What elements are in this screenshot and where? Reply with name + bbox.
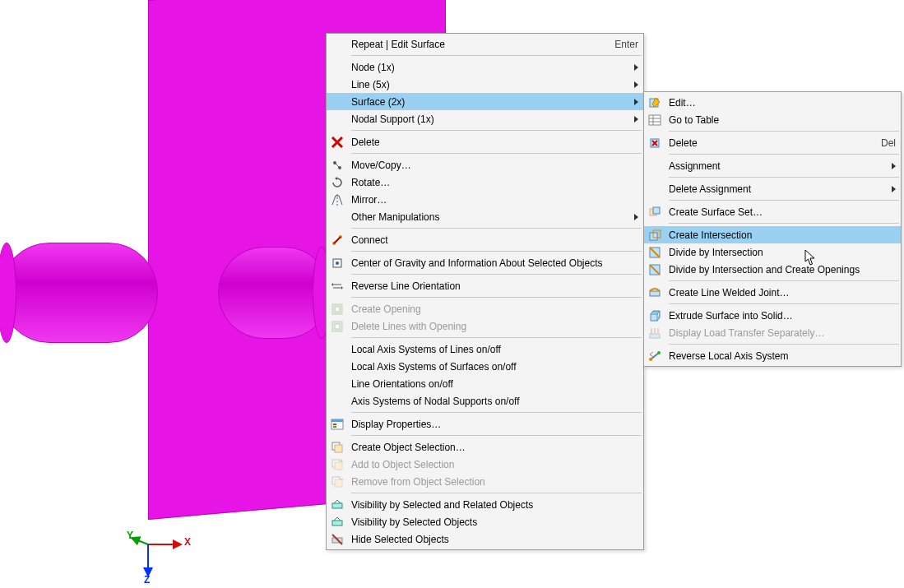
menu-separator xyxy=(669,200,899,201)
svg-rect-47 xyxy=(650,334,660,338)
submenu-arrow-icon xyxy=(892,186,896,192)
svg-rect-16 xyxy=(331,419,343,422)
menu_sub-item-divide-by-intersection[interactable]: Divide by Intersection xyxy=(644,243,901,261)
menu-item-label: Display Load Transfer Separately… xyxy=(665,327,896,339)
menu-item-label: Delete Assignment xyxy=(665,183,882,195)
menu_sub-item-assignment[interactable]: Assignment xyxy=(644,157,901,174)
menu_sub-item-edit[interactable]: Edit… xyxy=(644,94,901,111)
menu-separator xyxy=(351,435,642,436)
menu-item-label: Display Properties… xyxy=(348,419,638,430)
menu-item-label: Reverse Local Axis System xyxy=(665,350,896,362)
open-icon xyxy=(327,303,348,316)
submenu-arrow-icon xyxy=(634,99,638,105)
menu_sub-item-create-intersection[interactable]: Create Intersection xyxy=(644,226,901,243)
menu-item-label: Divide by Intersection xyxy=(665,247,896,258)
menu_main-item-connect[interactable]: Connect xyxy=(327,231,643,248)
svg-rect-20 xyxy=(335,445,342,452)
menu_sub-item-extrude-surface-into-solid[interactable]: Extrude Surface into Solid… xyxy=(644,307,901,324)
menu-item-label: Go to Table xyxy=(665,114,896,126)
menu_main-item-local-axis-systems-of-surfaces-on-off[interactable]: Local Axis Systems of Surfaces on/off xyxy=(327,358,643,375)
menu_main-item-move-copy[interactable]: Move/Copy… xyxy=(327,156,643,174)
x-red-icon xyxy=(327,136,348,149)
menu-item-label: Divide by Intersection and Create Openin… xyxy=(665,264,896,275)
menu_main-item-create-object-selection[interactable]: Create Object Selection… xyxy=(327,438,643,456)
menu_main-item-line-5x[interactable]: Line (5x) xyxy=(327,76,643,93)
int-icon xyxy=(644,229,665,242)
menu_main-item-repeat-edit-surface[interactable]: Repeat | Edit SurfaceEnter xyxy=(327,35,643,53)
menu_main-item-mirror[interactable]: Mirror… xyxy=(327,191,643,208)
menu-item-label: Delete xyxy=(665,137,861,149)
menu-item-label: Other Manipulations xyxy=(348,211,624,223)
svg-point-49 xyxy=(657,351,661,354)
menu_main-item-local-axis-systems-of-lines-on-off[interactable]: Local Axis Systems of Lines on/off xyxy=(327,340,643,358)
menu-separator xyxy=(351,412,642,413)
menu-item-label: Reverse Line Orientation xyxy=(348,280,638,292)
menu-separator xyxy=(351,251,642,252)
del-icon xyxy=(644,137,665,150)
menu_sub-item-divide-by-intersection-and-create-openin[interactable]: Divide by Intersection and Create Openin… xyxy=(644,261,901,278)
menu_main-item-rotate[interactable]: Rotate… xyxy=(327,174,643,191)
menu_main-item-delete-lines-with-opening: Delete Lines with Opening xyxy=(327,317,643,335)
menu-item-label: Assignment xyxy=(665,160,882,172)
load-icon xyxy=(644,326,665,340)
svg-line-1 xyxy=(132,538,148,544)
move-icon xyxy=(327,159,348,172)
menu-item-label: Delete Lines with Opening xyxy=(348,321,638,332)
menu_sub-item-create-line-welded-joint[interactable]: Create Line Welded Joint… xyxy=(644,284,901,301)
menu_main-item-center-of-gravity-and-information-about-[interactable]: Center of Gravity and Information About … xyxy=(327,254,643,271)
axis-label-y: Y xyxy=(127,530,133,541)
menu_main-item-delete[interactable]: Delete xyxy=(327,133,643,150)
menu-separator xyxy=(669,223,899,224)
menu_main-item-create-opening: Create Opening xyxy=(327,300,643,317)
menu_main-item-add-to-object-selection: +Add to Object Selection xyxy=(327,456,643,473)
menu_main-item-other-manipulations[interactable]: Other Manipulations xyxy=(327,208,643,225)
menu_main-item-hide-selected-objects[interactable]: Hide Selected Objects xyxy=(327,530,643,548)
context-menu-sub: Edit…Go to TableDeleteDelAssignmentDelet… xyxy=(643,91,902,367)
menu-item-label: Axis Systems of Nodal Supports on/off xyxy=(348,396,638,407)
svg-line-8 xyxy=(334,237,341,243)
mirror-icon xyxy=(327,193,348,206)
menu_sub-item-create-surface-set[interactable]: Create Surface Set… xyxy=(644,203,901,220)
model-cylinder-left xyxy=(0,243,158,343)
menu_main-item-surface-2x[interactable]: Surface (2x) xyxy=(327,93,643,110)
menu-item-label: Line (5x) xyxy=(348,79,624,90)
menu-separator xyxy=(669,303,899,304)
hide-icon xyxy=(327,533,348,546)
weld-icon xyxy=(644,286,665,299)
menu-item-label: Create Intersection xyxy=(665,229,896,241)
div-icon xyxy=(644,263,665,276)
menu-item-label: Connect xyxy=(348,234,638,246)
menu_sub-item-delete[interactable]: DeleteDel xyxy=(644,134,901,151)
menu_main-item-nodal-support-1x[interactable]: Nodal Support (1x) xyxy=(327,110,643,127)
revax-icon xyxy=(644,350,665,363)
menu-item-label: Create Line Welded Joint… xyxy=(665,287,896,299)
menu-item-label: Create Object Selection… xyxy=(348,442,638,453)
edit-icon xyxy=(644,96,665,109)
selrem-icon: – xyxy=(327,475,348,488)
menu_main-item-display-properties[interactable]: Display Properties… xyxy=(327,415,643,433)
menu-separator xyxy=(351,297,642,298)
table-icon xyxy=(644,113,665,127)
menu_main-item-line-orientations-on-off[interactable]: Line Orientations on/off xyxy=(327,375,643,392)
menu-separator xyxy=(351,130,642,131)
menu_main-item-node-1x[interactable]: Node (1x) xyxy=(327,58,643,76)
menu-item-label: Center of Gravity and Information About … xyxy=(348,257,638,269)
menu-item-label: Add to Object Selection xyxy=(348,459,638,470)
menu_main-item-axis-systems-of-nodal-supports-on-off[interactable]: Axis Systems of Nodal Supports on/off xyxy=(327,392,643,410)
submenu-arrow-icon xyxy=(634,64,638,71)
menu-item-accelerator: Del xyxy=(861,137,896,149)
submenu-arrow-icon xyxy=(634,116,638,123)
connect-icon xyxy=(327,234,348,247)
menu_main-item-visibility-by-selected-and-related-objec[interactable]: Visibility by Selected and Related Objec… xyxy=(327,496,643,513)
seladd-icon: + xyxy=(327,458,348,471)
menu_sub-item-go-to-table[interactable]: Go to Table xyxy=(644,111,901,128)
menu-separator xyxy=(669,131,899,132)
menu_sub-item-delete-assignment[interactable]: Delete Assignment xyxy=(644,180,901,197)
menu-separator xyxy=(669,280,899,281)
menu_main-item-visibility-by-selected-objects[interactable]: Visibility by Selected Objects xyxy=(327,513,643,530)
menu_sub-item-reverse-local-axis-system[interactable]: Reverse Local Axis System xyxy=(644,347,901,364)
menu-separator xyxy=(669,177,899,178)
menu_main-item-reverse-line-orientation[interactable]: Reverse Line Orientation xyxy=(327,277,643,294)
rotate-icon xyxy=(327,176,348,189)
svg-point-10 xyxy=(336,262,339,265)
